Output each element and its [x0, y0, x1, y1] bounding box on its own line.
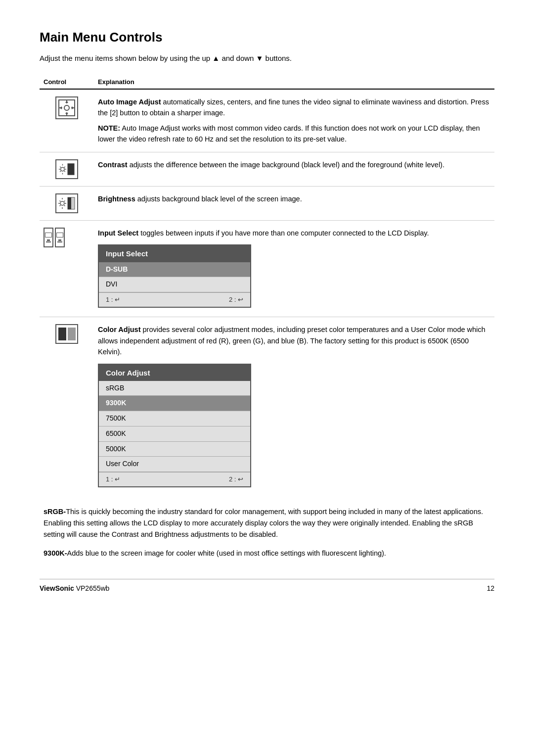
- icon-rect-mid: [68, 328, 76, 340]
- icon-cell-color-adjust: [40, 317, 94, 496]
- icon-cell-auto-image: [40, 89, 94, 152]
- contrast-icon: [55, 159, 78, 179]
- svg-line-17: [64, 167, 65, 168]
- osd-item-dsub: D-SUB: [99, 262, 250, 278]
- svg-line-26: [64, 205, 65, 206]
- footer-brand: ViewSonic VP2655wb: [40, 584, 109, 592]
- input-select-icon: [44, 228, 90, 247]
- svg-point-10: [61, 167, 65, 171]
- svg-rect-19: [68, 164, 74, 175]
- osd-footer-left: 1 : ↵: [106, 295, 120, 305]
- model-name: VP2655wb: [76, 584, 110, 592]
- osd-footer: 1 : ↵ 2 : ↩: [99, 292, 250, 307]
- color-adjust-icon: [55, 324, 78, 344]
- osd-item-6500k: 6500K: [99, 426, 250, 442]
- osd-item-9300k: 9300K: [99, 396, 250, 411]
- svg-marker-9: [72, 106, 74, 109]
- explanation-brightness: Brightness adjusts background black leve…: [94, 186, 494, 220]
- osd-color-footer-left: 1 : ↵: [106, 474, 120, 484]
- brand-name: ViewSonic: [40, 584, 74, 592]
- svg-line-27: [64, 200, 65, 201]
- 9300k-paragraph: 9300K-Adds blue to the screen image for …: [44, 548, 494, 559]
- svg-marker-6: [65, 100, 68, 103]
- icon-cell-contrast: [40, 152, 94, 186]
- intro-paragraph: Adjust the menu items shown below by usi…: [40, 54, 494, 62]
- auto-image-adjust-icon: [55, 96, 78, 119]
- page-title: Main Menu Controls: [40, 30, 494, 45]
- col-header-explanation: Explanation: [94, 76, 494, 89]
- brightness-icon: [55, 193, 78, 213]
- extra-content: sRGB-This is quickly becoming the indust…: [40, 506, 494, 559]
- table-row: Auto Image Adjust automatically sizes, c…: [40, 89, 494, 152]
- icon-rect-dark: [58, 328, 66, 340]
- explanation-contrast: Contrast adjusts the difference between …: [94, 152, 494, 186]
- table-row: Input Select toggles between inputs if y…: [40, 220, 494, 317]
- srgb-paragraph: sRGB-This is quickly becoming the indust…: [44, 506, 494, 541]
- osd-item-dvi: DVI: [99, 277, 250, 292]
- explanation-auto-image: Auto Image Adjust automatically sizes, c…: [94, 89, 494, 152]
- svg-line-25: [60, 200, 61, 201]
- svg-point-5: [64, 105, 69, 110]
- osd-footer-right: 2 : ↩: [229, 295, 243, 305]
- osd-item-srgb: sRGB: [99, 381, 250, 396]
- svg-point-20: [60, 201, 64, 205]
- osd-title: Input Select: [99, 245, 250, 262]
- svg-line-16: [64, 171, 65, 172]
- explanation-input-select: Input Select toggles between inputs if y…: [94, 220, 494, 317]
- svg-rect-30: [68, 197, 71, 209]
- table-row: Color Adjust provides several color adju…: [40, 317, 494, 496]
- explanation-color-adjust: Color Adjust provides several color adju…: [94, 317, 494, 496]
- footer-bar: ViewSonic VP2655wb 12: [40, 579, 494, 592]
- table-row: Contrast adjusts the difference between …: [40, 152, 494, 186]
- svg-line-28: [60, 205, 61, 206]
- page-number: 12: [487, 584, 494, 592]
- osd-item-user-color: User Color: [99, 457, 250, 472]
- icon-cell-input-select: [40, 220, 94, 317]
- icon-cell-brightness: [40, 186, 94, 220]
- table-row: Brightness adjusts background black leve…: [40, 186, 494, 220]
- color-adjust-osd: Color Adjust sRGB 9300K 7500K 6500K 5000…: [98, 364, 251, 488]
- osd-color-footer: 1 : ↵ 2 : ↩: [99, 472, 250, 486]
- osd-color-footer-right: 2 : ↩: [229, 474, 243, 484]
- svg-line-18: [60, 171, 61, 172]
- col-header-control: Control: [40, 76, 94, 89]
- svg-marker-8: [59, 106, 62, 109]
- controls-table: Control Explanation: [40, 76, 494, 496]
- osd-item-5000k: 5000K: [99, 442, 250, 457]
- osd-color-title: Color Adjust: [99, 365, 250, 381]
- osd-item-7500k: 7500K: [99, 411, 250, 426]
- input-select-osd: Input Select D-SUB DVI 1 : ↵ 2 : ↩: [98, 244, 251, 308]
- svg-marker-7: [65, 113, 68, 115]
- svg-line-15: [60, 167, 61, 168]
